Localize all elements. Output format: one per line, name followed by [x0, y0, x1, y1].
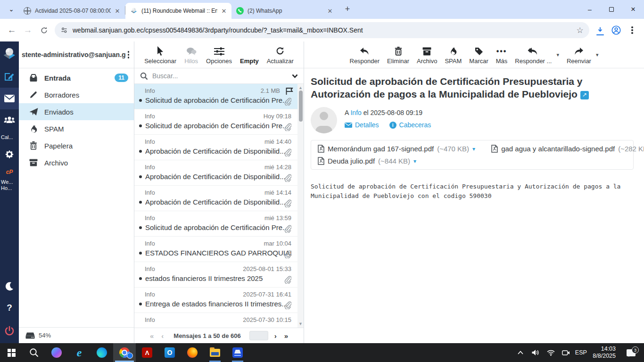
- empty-button[interactable]: Empty: [240, 45, 259, 65]
- rail-logout-button[interactable]: [0, 319, 19, 343]
- start-button[interactable]: [0, 343, 23, 362]
- profile-button[interactable]: [608, 22, 624, 38]
- tab-whatsapp[interactable]: (2) WhatsApp ✕: [231, 3, 338, 19]
- folder-spam[interactable]: SPAM: [19, 120, 134, 137]
- rail-contacts-button[interactable]: [0, 109, 19, 131]
- message-row[interactable]: Info2025-08-01 15:33 estados financieros…: [134, 262, 304, 288]
- copilot-button[interactable]: [45, 343, 68, 362]
- forward-caret-icon[interactable]: ▾: [596, 52, 599, 65]
- chrome-button[interactable]: [113, 343, 136, 362]
- outlook-button[interactable]: O: [158, 343, 181, 362]
- folder-entrada[interactable]: Entrada 11: [19, 69, 134, 86]
- taskbar-search-button[interactable]: [23, 343, 45, 362]
- tab-close-icon[interactable]: ✕: [220, 7, 228, 15]
- edge-button[interactable]: [91, 343, 113, 362]
- message-row[interactable]: Info2.1 MB Solicitud de aprobación de Ce…: [134, 84, 304, 109]
- flag-icon[interactable]: [286, 88, 293, 95]
- forward-button[interactable]: →: [20, 22, 36, 38]
- spam-button[interactable]: SPAM: [445, 45, 462, 65]
- minimize-button[interactable]: –: [579, 0, 601, 19]
- message-row[interactable]: Info2025-07-30 10:15: [134, 313, 304, 328]
- downloads-button[interactable]: [592, 22, 608, 38]
- restore-button[interactable]: [601, 0, 622, 19]
- attachment-item[interactable]: gad agua y alcantarillado-signed.pdf (~2…: [491, 145, 644, 153]
- site-settings-icon[interactable]: [60, 26, 68, 34]
- tab-roundcube[interactable]: (11) Roundcube Webmail :: Envi ✕: [125, 3, 231, 19]
- close-button[interactable]: ×: [622, 0, 644, 19]
- message-row[interactable]: Infomié 14:14 Aprobación de Certificació…: [134, 186, 304, 211]
- folder-borradores[interactable]: Borradores: [19, 86, 134, 103]
- message-row[interactable]: InfoHoy 09:18 Solicitud de aprobación de…: [134, 109, 304, 135]
- last-page-icon[interactable]: »: [283, 332, 289, 340]
- firefox-button[interactable]: [181, 343, 204, 362]
- attachment-item[interactable]: Deuda julio.pdf (~844 KB) ▾: [318, 157, 416, 165]
- tab-actividad[interactable]: Actividad 2025-08-07 08:00:00 ✕: [19, 3, 125, 19]
- scroll-up-icon[interactable]: ▲: [297, 85, 304, 90]
- select-button[interactable]: Seleccionar: [144, 45, 176, 65]
- notification-center-button[interactable]: 3: [620, 349, 641, 356]
- language-indicator[interactable]: ESP: [574, 349, 588, 356]
- message-row[interactable]: Infomié 14:40 Aprobación de Certificació…: [134, 135, 304, 160]
- file-explorer-button[interactable]: [204, 343, 226, 362]
- attachment-item[interactable]: Memorándum gad 167-signed.pdf (~470 KB) …: [318, 145, 475, 153]
- rail-help-button[interactable]: ?: [0, 297, 19, 319]
- tab-close-icon[interactable]: ✕: [114, 7, 121, 15]
- recipient-link[interactable]: Info: [350, 109, 361, 116]
- forward-button[interactable]: Reenviar: [567, 45, 591, 65]
- browser-menu-icon[interactable]: [624, 22, 640, 38]
- tray-expand-icon[interactable]: [513, 351, 528, 354]
- search-options-chevron-icon[interactable]: [292, 74, 298, 78]
- back-button[interactable]: ←: [4, 22, 20, 38]
- folder-archivo[interactable]: Archivo: [19, 154, 134, 171]
- rail-mail-button[interactable]: [0, 88, 19, 109]
- first-page-icon[interactable]: «: [149, 332, 155, 340]
- attachment-menu-caret-icon[interactable]: ▾: [413, 158, 416, 165]
- rail-calendar-label[interactable]: Cal...: [0, 131, 19, 143]
- folder-papelera[interactable]: Papelera: [19, 137, 134, 154]
- rail-settings-button[interactable]: [0, 143, 19, 165]
- clock[interactable]: 14:03 8/8/2025: [589, 346, 619, 360]
- details-link[interactable]: Detalles: [345, 121, 379, 129]
- reply-all-button[interactable]: Responder ...: [515, 45, 552, 65]
- archive-button[interactable]: Archivo: [417, 45, 437, 65]
- folder-options-icon[interactable]: [126, 49, 132, 60]
- page-input[interactable]: [249, 331, 268, 340]
- attachment-menu-caret-icon[interactable]: ▾: [472, 146, 475, 152]
- scrollbar-thumb[interactable]: [299, 90, 303, 122]
- reply-all-caret-icon[interactable]: ▾: [556, 52, 559, 65]
- refresh-button[interactable]: Actualizar: [267, 45, 294, 65]
- message-row[interactable]: Infomié 13:59 Solicitud de aprobación de…: [134, 211, 304, 237]
- options-button[interactable]: Opciones: [206, 45, 232, 65]
- folder-enviados[interactable]: Enviados: [19, 103, 134, 120]
- mark-button[interactable]: Marcar: [469, 45, 488, 65]
- next-page-icon[interactable]: ›: [273, 332, 278, 340]
- tab-search-icon[interactable]: ⌄: [5, 3, 18, 16]
- rail-compose-button[interactable]: [0, 66, 19, 88]
- delete-button[interactable]: Eliminar: [387, 45, 409, 65]
- scroll-down-icon[interactable]: ▼: [297, 321, 304, 327]
- headers-link[interactable]: i Cabeceras: [389, 121, 431, 129]
- prev-page-icon[interactable]: ‹: [160, 332, 165, 340]
- wifi-icon[interactable]: [544, 350, 558, 356]
- url-text[interactable]: webmail.sanjuan.gob.ec/cpsess0054849836/…: [73, 26, 573, 34]
- reload-button[interactable]: [36, 22, 52, 38]
- rail-darkmode-button[interactable]: [0, 275, 19, 297]
- tab-close-icon[interactable]: ✕: [326, 7, 334, 15]
- rail-webmail-home-label[interactable]: We... Ho...: [0, 179, 19, 195]
- message-row[interactable]: Infomié 14:28 Aprobación de Certificació…: [134, 160, 304, 186]
- list-scrollbar[interactable]: ▲ ▼: [297, 84, 304, 328]
- threads-button[interactable]: Hilos: [184, 45, 198, 65]
- meet-now-icon[interactable]: [559, 350, 573, 356]
- internet-explorer-button[interactable]: e: [68, 343, 91, 362]
- more-button[interactable]: ••• Más: [496, 45, 508, 65]
- rail-cpanel-logo[interactable]: cP: [0, 165, 19, 179]
- reply-button[interactable]: Responder: [350, 45, 380, 65]
- bookmark-star-icon[interactable]: ☆: [573, 24, 586, 37]
- address-bar[interactable]: webmail.sanjuan.gob.ec/cpsess0054849836/…: [55, 22, 589, 38]
- scanner-app-button[interactable]: [226, 343, 249, 362]
- volume-icon[interactable]: [528, 349, 543, 356]
- acrobat-button[interactable]: Λ: [136, 343, 158, 362]
- open-in-new-window-icon[interactable]: ↗: [580, 91, 589, 99]
- message-row[interactable]: Infomar 10:04 ESTADOS FINANCIEROS GAD PA…: [134, 237, 304, 262]
- search-input[interactable]: [152, 72, 288, 80]
